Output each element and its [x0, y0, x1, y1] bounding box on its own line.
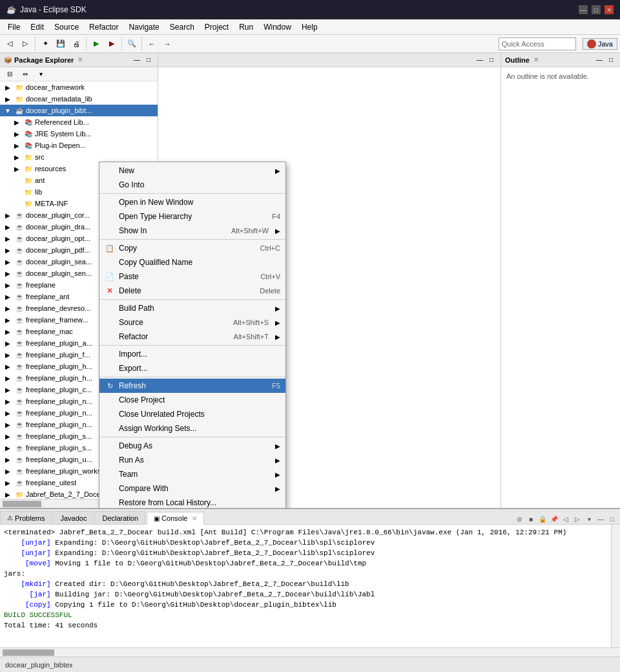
console-menu-button[interactable]: ▾ — [584, 514, 594, 524]
view-menu-button[interactable]: ▾ — [34, 67, 48, 81]
tree-item-docear-metadata[interactable]: ▶ 📁 docear_metadata_lib — [0, 93, 158, 105]
maximize-button[interactable]: □ — [592, 5, 601, 14]
ctx-export[interactable]: Export... — [99, 361, 285, 375]
menu-source[interactable]: Source — [49, 21, 84, 33]
menu-project[interactable]: Project — [200, 21, 234, 33]
ctx-debug-as[interactable]: Debug As ▶ — [99, 439, 285, 453]
ctx-copy[interactable]: 📋 Copy Ctrl+C — [99, 241, 285, 255]
tree-item-referenced-lib[interactable]: ▶ 📚 Referenced Lib... — [0, 116, 158, 128]
quick-access-box[interactable]: Quick Access — [499, 37, 576, 50]
link-with-editor-button[interactable]: ⇔ — [18, 67, 32, 81]
ctx-refactor[interactable]: Refactor Alt+Shift+T ▶ — [99, 330, 285, 344]
vertical-scrollbar[interactable] — [611, 525, 620, 647]
console-stop-button[interactable]: ■ — [526, 514, 536, 524]
paste-icon: 📄 — [105, 271, 115, 282]
toolbar-debug[interactable]: ▶ — [105, 37, 119, 51]
java-project-icon: ☕ — [14, 303, 25, 313]
ctx-new[interactable]: New ▶ — [99, 163, 285, 178]
tree-item-docear-plugin-bibt[interactable]: ▼ ☕ docear_plugin_bibt... — [0, 105, 158, 116]
console-prev-button[interactable]: ◁ — [561, 514, 571, 524]
tab-console[interactable]: ▣ Console ✕ — [147, 512, 204, 525]
ctx-label: Copy Qualified Name — [119, 258, 192, 267]
scrollbar-thumb[interactable] — [3, 501, 41, 507]
toolbar-print[interactable]: 🖨 — [69, 37, 83, 51]
ctx-refresh[interactable]: ↻ Refresh F5 — [99, 379, 285, 393]
toolbar-run[interactable]: ▶ — [89, 37, 103, 51]
ctx-open-type-hierarchy[interactable]: Open Type Hierarchy F4 — [99, 209, 285, 224]
refactor-icon — [105, 331, 115, 342]
menu-window[interactable]: Window — [258, 21, 296, 33]
ctx-open-new-window[interactable]: Open in New Window — [99, 195, 285, 209]
java-project-icon: ☕ — [14, 315, 25, 325]
refresh-icon: ↻ — [105, 381, 115, 391]
close-outline-icon[interactable]: ✕ — [533, 56, 539, 63]
tab-declaration[interactable]: Declaration — [95, 511, 145, 524]
ctx-delete[interactable]: ✕ Delete Delete — [99, 284, 285, 298]
menu-file[interactable]: File — [3, 21, 25, 33]
console-pin-button[interactable]: 📌 — [549, 514, 559, 524]
toolbar-new[interactable]: ✦ — [38, 37, 52, 51]
ctx-source[interactable]: Source Alt+Shift+S ▶ — [99, 315, 285, 330]
ctx-go-into[interactable]: Go Into — [99, 178, 285, 192]
scrollbar-thumb[interactable] — [3, 649, 54, 656]
minimize-outline-button[interactable]: — — [594, 55, 604, 65]
restore-icon — [105, 498, 115, 508]
tree-item-docear-framework[interactable]: ▶ 📁 docear_framework — [0, 81, 158, 93]
tree-item-plugin-dep[interactable]: ▶ 📚 Plug-in Depen... — [0, 140, 158, 151]
ctx-build-path[interactable]: Build Path ▶ — [99, 301, 285, 315]
menu-edit[interactable]: Edit — [25, 21, 49, 33]
ctx-label: Build Path — [119, 304, 154, 313]
expand-icon: ▶ — [3, 257, 13, 267]
panel-controls: — □ — [475, 55, 497, 65]
maximize-editor-button[interactable]: □ — [486, 55, 497, 65]
minimize-button[interactable]: — — [579, 5, 588, 14]
ctx-copy-qualified[interactable]: Copy Qualified Name — [99, 255, 285, 269]
menu-navigate[interactable]: Navigate — [123, 21, 164, 33]
toolbar-save[interactable]: 💾 — [54, 37, 68, 51]
console-horizontal-scrollbar[interactable] — [0, 647, 620, 656]
java-perspective-badge[interactable]: Java — [583, 38, 617, 50]
toolbar-forward[interactable]: ▷ — [18, 37, 32, 51]
ctx-label: Source — [119, 318, 143, 327]
tab-javadoc[interactable]: Javadoc — [53, 511, 94, 524]
tree-item-jre-lib[interactable]: ▶ 📚 JRE System Lib... — [0, 128, 158, 140]
menu-help[interactable]: Help — [296, 21, 323, 33]
console-next-button[interactable]: ▷ — [572, 514, 583, 524]
console-clear-button[interactable]: ⊘ — [514, 514, 524, 524]
menu-refactor[interactable]: Refactor — [84, 21, 123, 33]
java-project-icon: ☕ — [14, 210, 25, 220]
close-button[interactable]: ✕ — [604, 5, 614, 14]
ctx-paste[interactable]: 📄 Paste Ctrl+V — [99, 269, 285, 284]
console-scroll-lock-button[interactable]: 🔒 — [537, 514, 548, 524]
minimize-console-button[interactable]: — — [595, 514, 606, 524]
toolbar-next-edit[interactable]: → — [160, 37, 174, 51]
minimize-panel-button[interactable]: — — [132, 55, 142, 65]
toolbar-back[interactable]: ◁ — [3, 37, 17, 51]
window-icon — [105, 197, 115, 207]
expand-icon: ▶ — [3, 326, 13, 337]
close-view-icon[interactable]: ✕ — [78, 56, 83, 63]
close-tab-icon[interactable]: ✕ — [192, 515, 197, 522]
maximize-panel-button[interactable]: □ — [143, 55, 154, 65]
title-bar-controls[interactable]: — □ ✕ — [579, 5, 614, 14]
tab-problems[interactable]: ⚠ Problems — [0, 511, 52, 524]
ctx-import[interactable]: Import... — [99, 347, 285, 361]
toolbar-prev-edit[interactable]: ← — [145, 37, 159, 51]
maximize-outline-button[interactable]: □ — [606, 55, 616, 65]
ctx-close-project[interactable]: Close Project — [99, 393, 285, 407]
cmd-span: [jar] — [30, 591, 51, 598]
ctx-assign-working-sets[interactable]: Assign Working Sets... — [99, 421, 285, 436]
ctx-compare-with[interactable]: Compare With ▶ — [99, 481, 285, 496]
collapse-all-button[interactable]: ⊟ — [3, 67, 17, 81]
maximize-console-button[interactable]: □ — [607, 514, 617, 524]
menu-run[interactable]: Run — [234, 21, 258, 33]
ctx-close-unrelated[interactable]: Close Unrelated Projects — [99, 407, 285, 421]
ctx-show-in[interactable]: Show In Alt+Shift+W ▶ — [99, 224, 285, 238]
ctx-run-as[interactable]: Run As ▶ — [99, 453, 285, 467]
ctx-restore-local[interactable]: Restore from Local History... — [99, 496, 285, 508]
minimize-editor-button[interactable]: — — [475, 55, 485, 65]
ctx-team[interactable]: Team ▶ — [99, 467, 285, 481]
team-icon — [105, 469, 115, 479]
menu-search[interactable]: Search — [165, 21, 200, 33]
toolbar-search[interactable]: 🔍 — [125, 37, 139, 51]
